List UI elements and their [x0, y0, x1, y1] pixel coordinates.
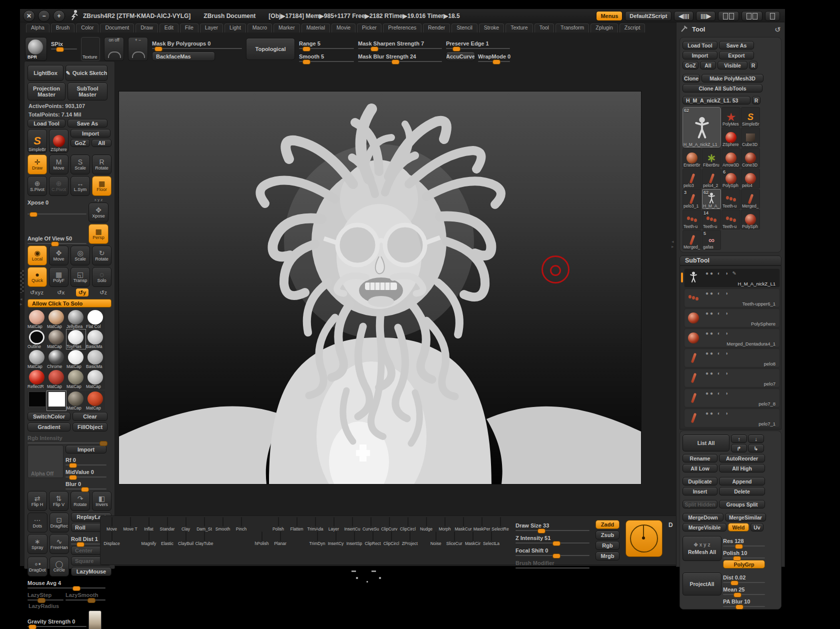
- smooth-slider[interactable]: Smooth 5: [299, 52, 354, 62]
- material-swatch-1[interactable]: [47, 391, 66, 410]
- alpha-rotate-button[interactable]: ↷Rotate: [70, 491, 90, 511]
- single-palette-icon[interactable]: [765, 11, 780, 21]
- material-jellybea-2[interactable]: JellyBea: [66, 310, 86, 329]
- all-button[interactable]: All: [92, 139, 112, 147]
- l-sym-button[interactable]: ↔L.Sym: [70, 176, 90, 196]
- switch-color-button[interactable]: SwitchColor: [28, 412, 70, 421]
- right-tray-collapse-arrows[interactable]: ◂▸: [672, 239, 674, 249]
- visibility-toggles[interactable]: ●● ◐ ◑: [706, 350, 730, 356]
- brush-noise[interactable]: Noise: [426, 532, 445, 546]
- plusminus-dial[interactable]: + −: [128, 37, 148, 61]
- brush-layer[interactable]: Layer: [324, 518, 343, 532]
- brush-smooth[interactable]: Smooth: [214, 518, 232, 532]
- menu-layer[interactable]: Layer: [200, 24, 223, 32]
- menu-alpha[interactable]: Alpha: [26, 24, 50, 32]
- mergevisible-button[interactable]: MergeVisible: [682, 523, 726, 532]
- brush-pinch[interactable]: Pinch: [232, 518, 250, 532]
- menu-document[interactable]: Document: [100, 24, 134, 32]
- visibility-toggles[interactable]: ●● ◐ ◑: [706, 290, 730, 296]
- subtool-move-down-icon[interactable]: ↳: [748, 444, 764, 452]
- simplebrush-tool-thumb[interactable]: S SimpleBr: [28, 129, 47, 153]
- palette-pages-icon[interactable]: [742, 11, 762, 21]
- projectall-button[interactable]: ProjectAll: [682, 572, 722, 596]
- material-swatch-0[interactable]: [28, 391, 46, 410]
- document-canvas[interactable]: [118, 91, 642, 484]
- tool-thumb-simplebr-1[interactable]: SSimpleBr: [741, 107, 760, 127]
- move-button[interactable]: MMove: [49, 154, 68, 174]
- menu-render[interactable]: Render: [423, 24, 450, 32]
- zadd-button[interactable]: Zadd: [596, 520, 620, 529]
- brush-nudge[interactable]: Nudge: [417, 518, 436, 532]
- subtool-row-h-m-a-nickz-l1[interactable]: ●● ◐ ◑ ✎H_M_A_nickZ_L1: [684, 268, 780, 288]
- material-toyplas-6[interactable]: ToyPlas: [66, 330, 86, 349]
- pa-blur-slider[interactable]: PA Blur 10: [723, 596, 765, 607]
- material-matcap-3[interactable]: MatCap: [86, 391, 105, 410]
- fill-object-button[interactable]: FillObject: [72, 422, 108, 432]
- lazystep-slider[interactable]: LazyStep: [28, 590, 64, 600]
- current-tool-button[interactable]: H_M_A_nickZ_L1. 53: [682, 96, 750, 104]
- tool-thumb-pelo3-8[interactable]: pelo3: [682, 168, 702, 188]
- tool-goz-visible-button[interactable]: Visible: [718, 61, 748, 70]
- subtool-section-header[interactable]: SubTool: [680, 256, 782, 266]
- menu-tool[interactable]: Tool: [534, 24, 554, 32]
- tool-thumb-arrow3d-6[interactable]: Arrow3D: [722, 148, 740, 168]
- move-button[interactable]: ✥Move: [49, 246, 68, 266]
- menu-preferences[interactable]: Preferences: [383, 24, 422, 32]
- draw-size-slider[interactable]: Draw Size 33: [516, 520, 590, 531]
- onoff-dial[interactable]: on off: [104, 37, 124, 61]
- mergedown-button[interactable]: MergeDown: [682, 513, 724, 522]
- lazymouse-button[interactable]: LazyMouse: [71, 567, 112, 576]
- alpha-blur-slider[interactable]: Blur 0: [66, 479, 106, 490]
- material-matcap-1[interactable]: MatCap: [47, 310, 66, 329]
- material-reflectr-12[interactable]: ReflectR: [28, 370, 46, 389]
- brush-trimada[interactable]: TrimAda: [306, 518, 324, 532]
- projection-master-button[interactable]: Projection Master: [28, 82, 66, 100]
- tool-thumb-gafas-21[interactable]: ∞5gafas: [702, 230, 721, 250]
- allow-click-to-solo-bar[interactable]: Allow Click To Solo: [28, 299, 112, 308]
- subtool-row-pelo7-1[interactable]: ●● ◐ ◑pelo7_1: [684, 408, 780, 428]
- tool-thumb-pelo3-1-12[interactable]: 3pelo3_1: [682, 189, 702, 209]
- draw-size-preview-widget[interactable]: [626, 520, 662, 557]
- xpose-slider[interactable]: Xpose 0: [28, 198, 86, 214]
- material-outline-4[interactable]: Outline: [28, 330, 46, 349]
- mask-by-polygroups-slider[interactable]: Mask By Polygroups 0: [152, 38, 242, 49]
- material-basicma-7[interactable]: BasicMa: [86, 330, 105, 349]
- alpha-midvalue-slider[interactable]: MidValue 0: [66, 467, 106, 478]
- mrgb-button[interactable]: Mrgb: [596, 552, 620, 560]
- brush-clipcircl[interactable]: ClipCircl: [382, 532, 400, 546]
- menu-stroke[interactable]: Stroke: [479, 24, 504, 32]
- zsub-button[interactable]: Zsub: [596, 530, 620, 540]
- clone-all-subtools-button[interactable]: Clone All SubTools: [682, 84, 762, 92]
- brush-trimdyn[interactable]: TrimDyn: [308, 532, 326, 546]
- tool-r-button[interactable]: R: [749, 61, 758, 70]
- duplicate-button[interactable]: Duplicate: [682, 477, 718, 486]
- brush-inflat[interactable]: Inflat: [140, 518, 158, 532]
- divider-bar-icon[interactable]: [718, 11, 739, 21]
- wrapmode-slider[interactable]: WrapMode 0: [478, 52, 510, 62]
- menu-file[interactable]: File: [180, 24, 198, 32]
- brush-maskcir[interactable]: MaskCir: [464, 532, 482, 546]
- stroke-dragrec-button[interactable]: ⊡DragRec: [50, 512, 70, 532]
- menu-texture[interactable]: Texture: [506, 24, 532, 32]
- scroll-right-button[interactable]: ||||▶: [696, 11, 716, 21]
- brush-tip-preview[interactable]: [88, 610, 102, 629]
- solo-button[interactable]: ◌Solo: [92, 267, 112, 287]
- tool-export-button[interactable]: Export: [719, 51, 754, 60]
- import-button[interactable]: Import: [70, 129, 110, 138]
- brush-curvesu[interactable]: CurveSu: [362, 518, 380, 532]
- menu-picker[interactable]: Picker: [357, 24, 382, 32]
- subtool-row-merged-dentadura4-1[interactable]: ●● ◐ ◑Merged_Dentadura4_1: [684, 328, 780, 348]
- angle-of-view-slider[interactable]: Angle Of View 50: [28, 234, 86, 244]
- invers-button[interactable]: ◧Invers: [92, 491, 112, 511]
- tool-save-as-button[interactable]: Save As: [719, 41, 754, 50]
- scroll-left-button[interactable]: ◀||||: [674, 11, 694, 21]
- brush-slicecur[interactable]: SliceCur: [445, 532, 464, 546]
- autoreorder-button[interactable]: AutoReorder: [719, 454, 765, 462]
- tool-thumb-merged-15[interactable]: Merged_: [741, 189, 760, 209]
- remesh-all-button[interactable]: ✥ x y z ReMesh All: [682, 536, 722, 561]
- material-matcap-13[interactable]: MatCap: [47, 370, 66, 389]
- tool-thumb-teeth-u-16[interactable]: Teeth-u: [682, 210, 702, 230]
- subtool-master-button[interactable]: SubTool Master: [68, 82, 108, 100]
- stroke-dragdot-button[interactable]: ∘•DragDot: [28, 556, 48, 576]
- rotate-xyz-button[interactable]: ↺xyz: [28, 288, 46, 296]
